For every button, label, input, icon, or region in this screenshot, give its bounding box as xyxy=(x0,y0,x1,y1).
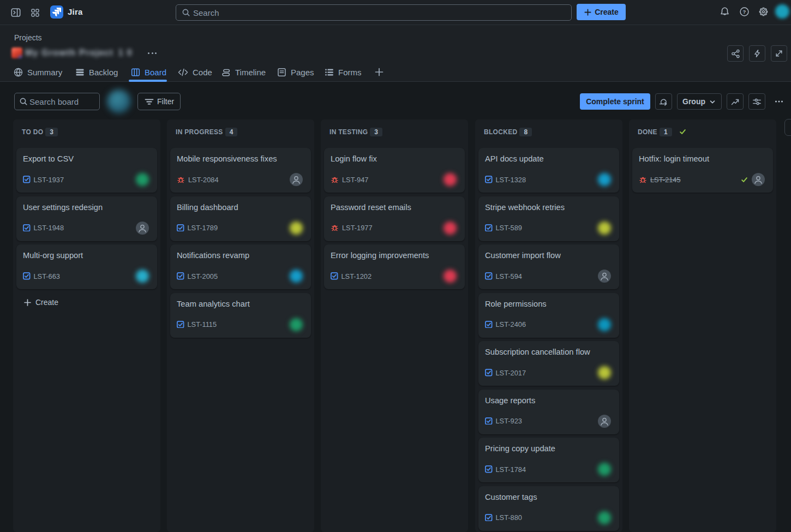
svg-text:?: ? xyxy=(743,9,746,15)
